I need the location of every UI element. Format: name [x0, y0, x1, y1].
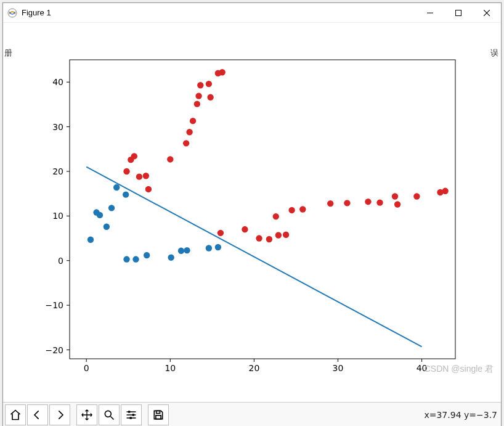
- chart-svg: 010203040−20−10010203040: [3, 23, 504, 402]
- svg-point-77: [442, 188, 448, 194]
- svg-text:0: 0: [58, 256, 63, 266]
- svg-point-62: [256, 235, 262, 241]
- svg-point-42: [215, 244, 221, 250]
- svg-rect-80: [132, 414, 134, 416]
- svg-point-67: [288, 207, 295, 213]
- svg-point-36: [132, 256, 139, 262]
- pan-button[interactable]: [76, 404, 97, 425]
- svg-point-32: [108, 205, 115, 211]
- svg-point-31: [104, 224, 110, 230]
- svg-point-66: [283, 232, 289, 238]
- home-button[interactable]: [5, 404, 26, 425]
- svg-point-43: [123, 168, 129, 174]
- svg-text:−20: −20: [45, 345, 63, 355]
- svg-point-52: [190, 118, 196, 124]
- save-button[interactable]: [148, 404, 169, 425]
- svg-rect-83: [156, 415, 161, 419]
- svg-point-38: [168, 254, 174, 260]
- svg-point-41: [206, 245, 212, 251]
- svg-point-63: [266, 236, 272, 242]
- svg-point-46: [136, 173, 142, 179]
- svg-text:10: 10: [165, 363, 176, 373]
- svg-text:30: 30: [52, 122, 63, 132]
- svg-point-74: [394, 201, 400, 207]
- figure-window: Figure 1 册 误 010203040−20−10010203040 CS…: [2, 2, 502, 426]
- svg-text:40: 40: [52, 77, 63, 87]
- svg-rect-1: [456, 10, 461, 15]
- svg-point-47: [143, 173, 149, 179]
- svg-point-57: [207, 94, 213, 100]
- svg-point-54: [195, 92, 201, 99]
- svg-point-73: [392, 193, 398, 199]
- svg-point-45: [131, 153, 137, 159]
- svg-point-28: [87, 237, 94, 243]
- svg-rect-81: [130, 417, 132, 419]
- svg-text:−10: −10: [45, 300, 63, 310]
- configure-subplots-button[interactable]: [121, 404, 142, 425]
- svg-point-61: [242, 226, 248, 232]
- svg-rect-79: [128, 411, 130, 412]
- titlebar[interactable]: Figure 1: [3, 3, 501, 23]
- svg-point-53: [194, 100, 200, 107]
- navigation-toolbar: x=37.94 y=−3.7: [3, 402, 501, 426]
- svg-text:20: 20: [52, 166, 63, 176]
- svg-text:10: 10: [52, 211, 63, 221]
- window-title: Figure 1: [22, 8, 51, 17]
- svg-point-51: [186, 129, 192, 135]
- plot-area[interactable]: 册 误 010203040−20−10010203040 CSDN @singl…: [3, 23, 501, 402]
- svg-point-37: [144, 252, 150, 258]
- svg-point-34: [123, 191, 129, 197]
- svg-rect-2: [70, 60, 455, 359]
- svg-text:40: 40: [417, 363, 428, 373]
- svg-point-60: [217, 230, 224, 236]
- svg-point-0: [8, 9, 17, 17]
- svg-point-50: [183, 140, 189, 146]
- svg-point-70: [344, 200, 350, 206]
- svg-point-65: [273, 213, 279, 219]
- svg-point-49: [167, 156, 173, 162]
- forward-button[interactable]: [49, 404, 70, 425]
- close-button[interactable]: [473, 3, 501, 23]
- svg-point-40: [184, 247, 190, 253]
- svg-point-48: [145, 186, 152, 192]
- minimize-button[interactable]: [416, 3, 444, 23]
- svg-point-35: [123, 256, 129, 262]
- svg-point-56: [206, 81, 212, 87]
- svg-point-68: [299, 206, 306, 212]
- zoom-button[interactable]: [99, 404, 120, 425]
- svg-point-78: [105, 411, 111, 417]
- svg-text:20: 20: [248, 363, 259, 373]
- back-button[interactable]: [27, 404, 48, 425]
- svg-rect-82: [156, 411, 160, 413]
- svg-point-55: [197, 82, 203, 88]
- svg-point-30: [97, 212, 103, 218]
- app-icon: [7, 7, 18, 18]
- svg-point-72: [376, 199, 383, 205]
- svg-point-71: [365, 199, 371, 205]
- svg-point-64: [275, 232, 282, 238]
- svg-point-75: [413, 193, 420, 199]
- svg-point-69: [327, 200, 333, 207]
- maximize-button[interactable]: [444, 3, 473, 23]
- svg-text:30: 30: [333, 363, 344, 373]
- svg-text:0: 0: [84, 363, 89, 373]
- svg-point-33: [113, 184, 120, 190]
- cursor-status: x=37.94 y=−3.7: [424, 410, 497, 420]
- svg-point-39: [178, 248, 184, 254]
- svg-point-59: [219, 69, 225, 75]
